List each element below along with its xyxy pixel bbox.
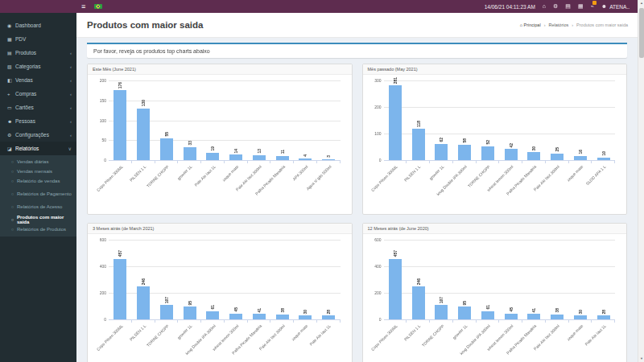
submenu-item-vendas-mensais[interactable]: ○Vendas mensais	[0, 167, 76, 176]
bar-value-label: 30	[578, 310, 583, 315]
bar-value-label: 95	[188, 301, 192, 306]
page-scrollbar[interactable]: ▲ ▼	[638, 0, 644, 362]
sidebar-item-label: Vendas	[15, 77, 33, 83]
chart-x-labels: Copo Pilsen 300MLPILSEN 1 LTORRE CHOPPgr…	[384, 320, 616, 362]
x-label-slot: Pale Ale laut 300ml	[546, 320, 569, 362]
bar[interactable]	[458, 306, 471, 319]
scrollbar-thumb[interactable]	[639, 8, 644, 58]
x-axis-tick	[340, 161, 341, 163]
bar[interactable]	[299, 315, 312, 319]
circle-bullet-icon: ○	[11, 227, 14, 232]
bar[interactable]	[505, 149, 518, 160]
bar-value-label: 19	[210, 146, 215, 151]
submenu-item-produtos-com-maior-saida[interactable]: ○Produtos com maior saida	[0, 215, 76, 224]
bar[interactable]	[114, 90, 126, 160]
bar[interactable]	[458, 145, 471, 160]
bar[interactable]	[412, 129, 425, 160]
bar-slot: 14	[225, 80, 248, 160]
bar[interactable]	[481, 146, 494, 160]
bar-slot: 62	[430, 80, 453, 160]
bar[interactable]	[527, 314, 540, 319]
bar[interactable]	[229, 314, 242, 319]
brazil-flag-icon[interactable]	[94, 4, 102, 9]
chevron-left-icon: ‹	[70, 105, 72, 110]
sidebar-item-produtos[interactable]: ▤Produtos‹	[0, 46, 76, 60]
table-grid-icon[interactable]: ▦	[578, 0, 584, 13]
bar[interactable]	[574, 156, 587, 160]
bar[interactable]	[253, 155, 266, 160]
sidebar-item-vendas[interactable]: ◧Vendas‹	[0, 73, 76, 87]
sidebar-item-pessoas[interactable]: ☻Pessoas‹	[0, 114, 76, 128]
submenu-item-relat-rio-de-vendas[interactable]: ○Relatório de vendas	[0, 176, 76, 186]
sidebar-toggle-icon[interactable]: ≡	[81, 0, 85, 13]
main-content: Produtos com maior saida ⌂ Principal›Rel…	[76, 13, 638, 362]
store-icon[interactable]: ⌂	[543, 0, 546, 13]
bar[interactable]	[505, 314, 518, 319]
bar[interactable]	[137, 286, 150, 319]
bar[interactable]	[253, 314, 266, 319]
bar[interactable]	[184, 147, 196, 160]
y-axis-tick-label: 150	[94, 98, 106, 103]
bar-value-label: 38	[555, 308, 559, 313]
sidebar-item-pdv[interactable]: ▦PDV	[0, 32, 76, 46]
bar[interactable]	[276, 315, 289, 319]
submenu-item-relat-rios-de-pagamento[interactable]: ○Relatórios de Pagamento	[0, 189, 76, 199]
x-label-slot: TORRE CHOPP	[155, 320, 179, 362]
sidebar-item-categorias[interactable]: ▧Categorias‹	[0, 60, 76, 73]
sidebar-item-compras[interactable]: +Compras‹	[0, 87, 76, 101]
bar[interactable]	[276, 156, 289, 160]
chart-title: Este Mês (June 2021)	[93, 67, 136, 72]
bar[interactable]	[137, 109, 150, 160]
sidebar-item-cartoes[interactable]: ▭Cartões‹	[0, 101, 76, 114]
user-menu[interactable]: ☻ ATENA..	[601, 0, 630, 13]
bar[interactable]	[184, 306, 196, 319]
bar[interactable]	[412, 286, 425, 319]
x-axis-label: PILSEN 1 L	[403, 164, 422, 183]
configuracoes-icon: ⚙	[7, 132, 15, 138]
cogs-icon[interactable]: ⚙	[553, 0, 558, 13]
sidebar-item-configuracoes[interactable]: ⚙Configurações‹	[0, 128, 76, 142]
scrollbar-up-arrow[interactable]: ▲	[638, 0, 644, 6]
breadcrumb-item[interactable]: Relatórios	[549, 23, 569, 27]
bar[interactable]	[597, 315, 610, 319]
bar[interactable]	[597, 158, 610, 160]
bar[interactable]	[389, 85, 402, 160]
save-icon[interactable]: ▤	[565, 0, 571, 13]
chart-panel-1: Este Mês (June 2021)05010015020017613055…	[87, 64, 353, 215]
bar[interactable]	[527, 152, 540, 160]
compras-icon: +	[7, 92, 15, 97]
bar[interactable]	[481, 311, 494, 319]
bar[interactable]	[114, 259, 126, 319]
sidebar-item-dashboard[interactable]: ◉Dashboard	[0, 19, 76, 32]
bar[interactable]	[322, 159, 335, 160]
bar[interactable]	[160, 305, 173, 319]
x-axis-label: xeque mate	[221, 164, 240, 183]
submenu-item-relat-rios-de-acesso[interactable]: ○Relatórios de Acesso	[0, 202, 76, 212]
bar[interactable]	[574, 315, 587, 319]
bar[interactable]	[435, 305, 448, 319]
sidebar-item-relatorios[interactable]: ◪Relatórios∨	[0, 142, 76, 155]
bar-slot: 11	[270, 80, 294, 160]
submenu-item-vendas-di-rias[interactable]: ○Vendas diárias	[0, 157, 76, 167]
x-axis-label: Copo Pilsen 300ML	[96, 323, 124, 352]
bar[interactable]	[435, 144, 448, 160]
chart-panel-3: 3 Meses atrás (de March 2021)02004006004…	[87, 223, 353, 362]
bar-value-label: 33	[188, 141, 192, 146]
pdv-icon: ▦	[7, 36, 15, 42]
bar[interactable]	[322, 315, 335, 319]
bar[interactable]	[551, 315, 564, 319]
bar[interactable]	[206, 311, 219, 319]
plug-icon[interactable]: ⌁	[591, 0, 594, 13]
bar[interactable]	[229, 154, 242, 160]
bar[interactable]	[389, 259, 402, 319]
breadcrumb-home-link[interactable]: ⌂ Principal	[520, 23, 541, 27]
bar[interactable]	[299, 158, 312, 160]
sidebar-item-label: Dashboard	[15, 23, 41, 28]
chart-area: 020040060045724610795614541383028Copo Pi…	[88, 234, 352, 362]
bar[interactable]	[160, 138, 173, 160]
bar[interactable]	[206, 153, 219, 160]
scrollbar-down-arrow[interactable]: ▼	[638, 356, 644, 362]
submenu-item-relat-rios-de-produtos[interactable]: ○Relatórios de Produtos	[0, 224, 76, 234]
bar[interactable]	[551, 154, 564, 160]
x-label-slot: Palha Picado Mandela	[270, 161, 294, 209]
